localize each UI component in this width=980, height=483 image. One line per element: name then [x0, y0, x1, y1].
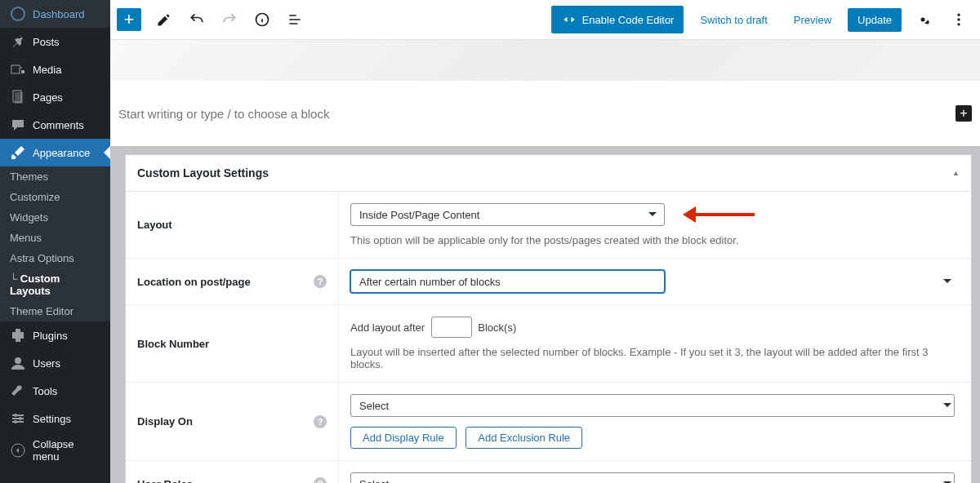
gear-icon[interactable] — [908, 5, 938, 34]
annotation-arrow — [675, 206, 756, 223]
svg-point-15 — [957, 18, 960, 20]
pages-icon — [10, 89, 26, 105]
block-placeholder: Start writing or type / to choose a bloc… — [118, 107, 956, 121]
sidebar-item-label: Settings — [33, 413, 71, 425]
more-icon[interactable] — [944, 5, 973, 34]
input-suffix: Block(s) — [478, 321, 516, 334]
sidebar-item-settings[interactable]: Settings — [0, 405, 110, 432]
panel-title: Custom Layout Settings — [137, 166, 269, 179]
add-display-rule-button[interactable]: Add Display Rule — [350, 427, 457, 449]
sidebar-item-label: Comments — [33, 119, 84, 131]
media-icon — [10, 61, 26, 78]
svg-point-16 — [957, 23, 960, 25]
sidebar-item-posts[interactable]: Posts — [0, 28, 110, 55]
submenu-custom-layouts[interactable]: Custom Layouts — [0, 268, 110, 301]
chevron-up-icon: ▲ — [952, 169, 960, 177]
switch-to-draft-button[interactable]: Switch to draft — [690, 8, 777, 32]
collapse-icon — [10, 442, 26, 459]
submenu-widgets[interactable]: Widgets — [0, 207, 110, 228]
user-roles-select-wrapper: Select — [350, 472, 960, 483]
location-select[interactable]: After certain number of blocks — [350, 270, 665, 293]
location-select-wrapper: After certain number of blocks — [350, 270, 960, 293]
help-icon[interactable]: ? — [314, 415, 327, 428]
help-icon[interactable]: ? — [314, 477, 327, 483]
sidebar-item-tools[interactable]: Tools — [0, 377, 110, 405]
field-label: Display On ? — [126, 383, 338, 460]
svg-point-9 — [14, 414, 17, 417]
field-label: Layout — [126, 192, 338, 258]
sidebar-item-comments[interactable]: Comments — [0, 111, 110, 139]
sidebar-item-label: Dashboard — [33, 8, 85, 20]
settings-icon — [10, 410, 26, 427]
submenu-menus[interactable]: Menus — [0, 228, 110, 248]
info-icon[interactable] — [247, 5, 277, 34]
field-label: User Roles ? — [126, 461, 338, 483]
field-note: Layout will be inserted after the select… — [350, 346, 960, 370]
submenu-theme-editor[interactable]: Theme Editor — [0, 301, 110, 321]
code-icon — [561, 11, 577, 28]
button-label: Enable Code Editor — [582, 14, 675, 26]
sidebar-item-label: Collapse menu — [33, 438, 100, 463]
sidebar-item-pages[interactable]: Pages — [0, 83, 110, 111]
appearance-submenu: Themes Customize Widgets Menus Astra Opt… — [0, 166, 110, 321]
svg-point-14 — [957, 14, 960, 16]
svg-point-2 — [20, 67, 22, 69]
submenu-astra-options[interactable]: Astra Options — [0, 248, 110, 268]
sidebar-item-label: Posts — [33, 36, 60, 48]
edit-icon[interactable] — [149, 5, 179, 34]
outline-icon[interactable] — [280, 5, 310, 34]
display-on-select-wrapper: Select — [350, 394, 960, 417]
user-roles-select[interactable]: Select — [350, 472, 955, 483]
enable-code-editor-button[interactable]: Enable Code Editor — [551, 6, 684, 33]
add-exclusion-rule-button[interactable]: Add Exclusion Rule — [466, 427, 582, 449]
sidebar-item-label: Appearance — [33, 147, 90, 159]
block-number-input[interactable] — [431, 317, 472, 338]
pin-icon — [10, 33, 26, 50]
sidebar-item-label: Pages — [33, 91, 63, 104]
inline-add-block-button[interactable]: + — [956, 105, 972, 122]
layout-select-wrapper: Inside Post/Page Content — [350, 203, 665, 226]
sidebar-item-dashboard[interactable]: Dashboard — [0, 0, 110, 28]
sidebar-item-label: Users — [33, 357, 60, 370]
display-on-select[interactable]: Select — [350, 394, 955, 417]
redo-icon[interactable] — [215, 5, 244, 34]
layout-select[interactable]: Inside Post/Page Content — [350, 203, 665, 226]
svg-point-5 — [15, 357, 21, 364]
tools-icon — [10, 383, 26, 399]
field-label: Location on post/page ? — [126, 259, 338, 304]
svg-rect-1 — [11, 65, 20, 73]
row-user-roles: User Roles ? Select — [126, 461, 971, 483]
field-label: Block Number — [126, 305, 338, 382]
update-button[interactable]: Update — [848, 8, 902, 32]
sidebar-item-appearance[interactable]: Appearance — [0, 139, 110, 166]
editor-topbar: + Enable Code Editor Switch to draft Pre… — [110, 0, 980, 40]
input-prefix: Add layout after — [350, 321, 425, 334]
panel-header[interactable]: Custom Layout Settings ▲ — [126, 155, 971, 192]
sidebar-item-media[interactable]: Media — [0, 55, 110, 83]
sidebar-item-label: Media — [33, 64, 61, 76]
dashboard-icon — [10, 6, 26, 22]
preview-button[interactable]: Preview — [784, 8, 841, 32]
comments-icon — [10, 117, 26, 133]
row-layout: Layout Inside Post/Page Content This opt… — [126, 192, 971, 259]
svg-point-10 — [19, 417, 22, 420]
sidebar-item-users[interactable]: Users — [0, 349, 110, 377]
submenu-themes[interactable]: Themes — [0, 166, 110, 187]
sidebar-item-collapse[interactable]: Collapse menu — [0, 432, 110, 468]
brush-icon — [10, 144, 26, 161]
sidebar-item-plugins[interactable]: Plugins — [0, 321, 110, 349]
undo-icon[interactable] — [182, 5, 212, 34]
block-editor-row[interactable]: Start writing or type / to choose a bloc… — [110, 81, 980, 146]
admin-sidebar: Dashboard Posts Media Pages Comments App… — [0, 0, 110, 483]
users-icon — [10, 355, 26, 371]
page-banner — [110, 40, 980, 81]
svg-point-11 — [14, 420, 17, 423]
svg-rect-4 — [15, 92, 23, 104]
add-block-button[interactable]: + — [117, 8, 141, 31]
submenu-customize[interactable]: Customize — [0, 187, 110, 207]
custom-layout-settings-panel: Custom Layout Settings ▲ Layout Inside P… — [125, 154, 972, 483]
row-block-number: Block Number Add layout after Block(s) L… — [126, 305, 971, 383]
help-icon[interactable]: ? — [314, 275, 327, 288]
sidebar-item-label: Tools — [33, 385, 57, 397]
plugin-icon — [10, 327, 26, 343]
